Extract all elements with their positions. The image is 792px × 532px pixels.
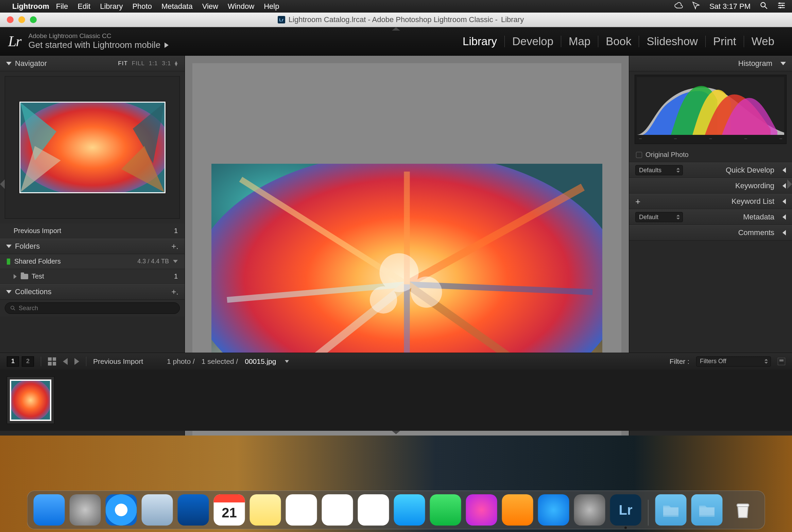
right-panel-collapse-icon[interactable] bbox=[787, 179, 792, 189]
zoom-fill[interactable]: FILL bbox=[132, 60, 145, 67]
window-zoom-button[interactable] bbox=[30, 16, 37, 23]
spotlight-icon[interactable] bbox=[759, 1, 768, 12]
dock-app-safari[interactable] bbox=[106, 494, 137, 526]
dock-app-mail[interactable] bbox=[142, 494, 173, 526]
navigator-preview[interactable] bbox=[5, 76, 180, 219]
folders-title: Folders bbox=[15, 242, 40, 251]
folder-icon bbox=[21, 274, 28, 279]
dock-app-downloads-folder[interactable] bbox=[691, 494, 723, 526]
filter-lock-icon[interactable] bbox=[778, 358, 785, 365]
histogram-tick: – bbox=[779, 136, 782, 141]
filmstrip[interactable] bbox=[0, 370, 792, 431]
keywording-panel-header[interactable]: Keywording bbox=[629, 178, 792, 194]
dock-app-facetime[interactable] bbox=[430, 494, 461, 526]
module-map[interactable]: Map bbox=[561, 35, 598, 48]
filmstrip-next-icon[interactable] bbox=[74, 358, 79, 365]
filter-select[interactable]: Filters Off bbox=[696, 356, 771, 367]
dock-app-photos[interactable] bbox=[358, 494, 389, 526]
menu-edit[interactable]: Edit bbox=[78, 2, 90, 11]
histogram-panel-header[interactable]: Histogram bbox=[629, 56, 792, 71]
identity-plate-line2[interactable]: Get started with Lightroom mobile bbox=[29, 40, 161, 50]
filmstrip-filename-dropdown-icon[interactable] bbox=[285, 360, 289, 363]
module-print[interactable]: Print bbox=[706, 35, 744, 48]
previous-import-count: 1 bbox=[174, 227, 178, 235]
menu-library[interactable]: Library bbox=[100, 2, 123, 11]
window-close-button[interactable] bbox=[7, 16, 14, 23]
quick-develop-preset-select[interactable]: Defaults bbox=[635, 165, 683, 175]
dock-app-ibooks[interactable] bbox=[502, 494, 533, 526]
keyword-list-panel-header[interactable]: + Keyword List bbox=[629, 194, 792, 209]
identity-plate-line1: Adobe Lightroom Classic CC bbox=[29, 32, 169, 40]
dock-app-settings[interactable] bbox=[574, 494, 605, 526]
filmstrip-prev-icon[interactable] bbox=[63, 358, 68, 365]
chevron-down-icon[interactable] bbox=[173, 260, 178, 263]
module-library[interactable]: Library bbox=[455, 35, 504, 48]
chevron-right-icon[interactable] bbox=[14, 274, 17, 279]
original-photo-label: Original Photo bbox=[645, 151, 689, 159]
chevron-down-icon bbox=[6, 62, 12, 65]
collections-search-input[interactable]: Search bbox=[5, 302, 180, 314]
zoom-1-1[interactable]: 1:1 bbox=[149, 60, 158, 67]
mobile-play-icon[interactable] bbox=[165, 42, 169, 48]
zoom-fit[interactable]: FIT bbox=[118, 60, 128, 67]
secondary-display-2[interactable]: 2 bbox=[22, 356, 34, 367]
menubar-app-name[interactable]: Lightroom bbox=[12, 2, 49, 11]
creative-cloud-icon[interactable] bbox=[674, 1, 683, 12]
dock-app-calendar[interactable]: 21 bbox=[214, 494, 245, 526]
volume-row[interactable]: Shared Folders 4.3 / 4.4 TB bbox=[0, 254, 185, 269]
add-collection-icon[interactable]: +. bbox=[171, 287, 178, 297]
filmstrip-collapse-arrow-icon[interactable] bbox=[392, 431, 400, 434]
filmstrip-thumbnail[interactable] bbox=[7, 376, 54, 424]
dock-app-launchpad[interactable] bbox=[70, 494, 101, 526]
dock-app-itunes[interactable] bbox=[466, 494, 497, 526]
metadata-panel-header[interactable]: Default Metadata bbox=[629, 209, 792, 225]
filmstrip-grid-icon[interactable] bbox=[48, 357, 56, 366]
header-collapse-arrow-icon[interactable] bbox=[392, 27, 400, 31]
menu-photo[interactable]: Photo bbox=[132, 2, 152, 11]
catalog-previous-import-row[interactable]: Previous Import 1 bbox=[0, 224, 185, 238]
menu-view[interactable]: View bbox=[202, 2, 218, 11]
module-slideshow[interactable]: Slideshow bbox=[639, 35, 705, 48]
window-minimize-button[interactable] bbox=[18, 16, 25, 23]
original-photo-checkbox[interactable] bbox=[636, 152, 642, 158]
dock-app-notes[interactable] bbox=[250, 494, 281, 526]
menu-file[interactable]: File bbox=[56, 2, 68, 11]
module-web[interactable]: Web bbox=[744, 35, 782, 48]
comments-panel-header[interactable]: Comments bbox=[629, 225, 792, 241]
collections-panel-header[interactable]: Collections +. bbox=[0, 284, 185, 300]
left-panel-collapse-icon[interactable] bbox=[0, 179, 5, 189]
module-book[interactable]: Book bbox=[598, 35, 639, 48]
dock-app-applications-folder[interactable] bbox=[655, 494, 687, 526]
control-center-icon[interactable] bbox=[777, 1, 786, 12]
navigator-panel-header[interactable]: Navigator FIT FILL 1:1 3:1 ▲▼ bbox=[0, 56, 185, 71]
folders-panel-header[interactable]: Folders +. bbox=[0, 238, 185, 254]
folder-row[interactable]: Test 1 bbox=[0, 269, 185, 284]
dock-app-outlook[interactable] bbox=[322, 494, 353, 526]
filmstrip-selected: 1 selected / bbox=[202, 357, 238, 366]
add-keyword-icon[interactable]: + bbox=[635, 196, 640, 207]
dock-app-finder[interactable] bbox=[34, 494, 65, 526]
menubar-clock[interactable]: Sat 3:17 PM bbox=[709, 2, 751, 11]
filmstrip-filename[interactable]: 00015.jpg bbox=[245, 357, 276, 366]
dock-app-trash[interactable] bbox=[727, 494, 759, 526]
quick-develop-panel-header[interactable]: Defaults Quick Develop bbox=[629, 162, 792, 178]
dock-app-messages[interactable] bbox=[394, 494, 425, 526]
keyword-list-title: Keyword List bbox=[731, 197, 774, 206]
menu-window[interactable]: Window bbox=[228, 2, 254, 11]
zoom-3-1[interactable]: 3:1 bbox=[162, 60, 171, 67]
dock-app-xcode[interactable] bbox=[178, 494, 209, 526]
filmstrip-source[interactable]: Previous Import bbox=[93, 357, 143, 366]
module-develop[interactable]: Develop bbox=[505, 35, 561, 48]
add-folder-icon[interactable]: +. bbox=[171, 242, 178, 251]
notification-center-cursor-icon[interactable] bbox=[692, 1, 701, 12]
secondary-display-1[interactable]: 1 bbox=[7, 356, 19, 367]
menu-help[interactable]: Help bbox=[264, 2, 279, 11]
metadata-preset-select[interactable]: Default bbox=[635, 212, 683, 222]
menu-metadata[interactable]: Metadata bbox=[161, 2, 193, 11]
chevron-left-icon bbox=[782, 167, 786, 173]
dock-app-reminders[interactable] bbox=[286, 494, 317, 526]
chevron-down-icon bbox=[6, 245, 12, 248]
dock-app-appstore[interactable] bbox=[538, 494, 569, 526]
zoom-stepper-icon[interactable]: ▲▼ bbox=[174, 61, 178, 66]
dock-app-lightroom[interactable]: Lr bbox=[610, 494, 641, 526]
